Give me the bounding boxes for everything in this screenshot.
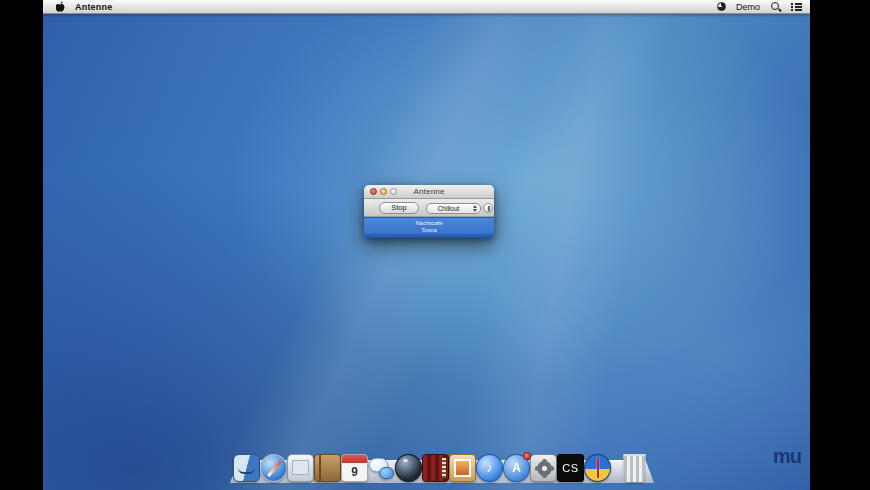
now-playing-display: Nachtcafe Tosca — [364, 217, 494, 234]
apple-menu-icon[interactable] — [56, 1, 65, 12]
dock-address-book-icon[interactable] — [314, 454, 341, 482]
dropdown-stepper-icon — [470, 204, 479, 213]
now-playing-line1: Nachtcafe — [364, 220, 494, 228]
user-switch-menu[interactable]: Demo — [736, 2, 760, 12]
pie-clock-icon[interactable] — [717, 2, 726, 11]
dock-safari-icon[interactable] — [260, 454, 287, 482]
window-footer — [364, 234, 494, 238]
stop-button[interactable]: Stop — [379, 202, 419, 214]
dock-app-store-icon[interactable]: A — [503, 454, 530, 482]
window-toolbar: Stop Chillout — [364, 199, 494, 217]
list-menu-icon[interactable] — [791, 2, 802, 11]
spotlight-search-icon[interactable] — [770, 1, 781, 12]
dock-mail-icon[interactable] — [287, 454, 314, 482]
wallpaper — [43, 0, 810, 490]
menu-bar: Antenne Demo — [43, 0, 810, 14]
dock-system-preferences-icon[interactable] — [530, 454, 557, 482]
title-bar[interactable]: Antenne — [364, 185, 494, 199]
dock-antenne-icon[interactable] — [584, 454, 611, 482]
dock-cs-app-icon[interactable]: CS — [557, 454, 584, 482]
dock: 9 ♪ A CS — [233, 452, 648, 482]
dock-trash-icon[interactable] — [621, 454, 648, 482]
dock-ical-icon[interactable]: 9 — [341, 454, 368, 482]
dock-iphoto-icon[interactable] — [449, 454, 476, 482]
station-dropdown[interactable]: Chillout — [426, 203, 481, 214]
window-title: Antenne — [364, 187, 494, 196]
dock-finder-icon[interactable] — [233, 454, 260, 482]
dock-dvd-player-icon[interactable] — [395, 454, 422, 482]
desktop: Antenne Demo Antenne Stop Chillout — [43, 0, 810, 490]
drawer-toggle-button[interactable] — [483, 203, 493, 213]
dock-photo-booth-icon[interactable] — [422, 454, 449, 482]
macupdate-watermark: mu — [773, 445, 801, 468]
antenne-window: Antenne Stop Chillout Nachtcafe Tosca — [364, 185, 494, 238]
dock-ichat-icon[interactable] — [368, 454, 395, 482]
status-led-icon — [369, 206, 373, 210]
station-dropdown-value: Chillout — [427, 204, 470, 213]
dock-itunes-icon[interactable]: ♪ — [476, 454, 503, 482]
app-menu[interactable]: Antenne — [75, 2, 112, 12]
